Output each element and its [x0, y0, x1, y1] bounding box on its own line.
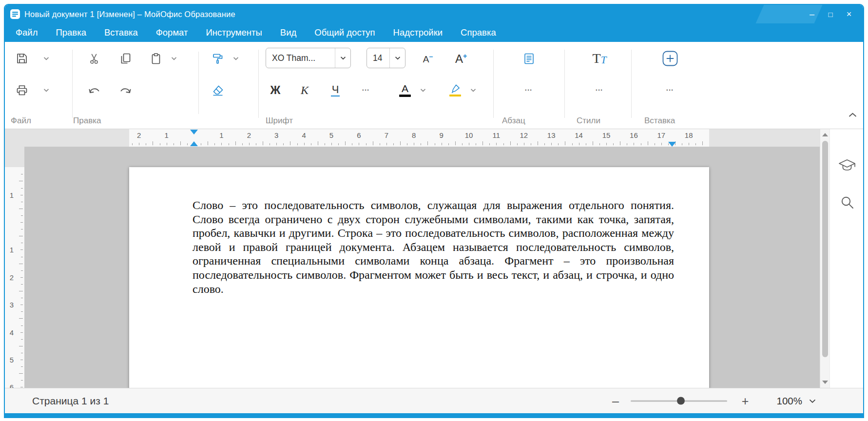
ruler-tick — [455, 141, 456, 145]
ruler-tick — [139, 143, 139, 145]
ruler-tick — [160, 143, 160, 145]
ruler-tick — [19, 264, 23, 264]
ruler-tick — [221, 143, 222, 145]
ruler-tick — [283, 143, 284, 145]
first-line-indent-marker[interactable] — [190, 130, 198, 134]
vertical-scrollbar[interactable] — [820, 129, 829, 388]
document-page[interactable]: Слово – это последовательность символов,… — [129, 167, 709, 388]
menu-edit[interactable]: Правка — [56, 27, 86, 38]
document-text[interactable]: Слово – это последовательность символов,… — [129, 167, 709, 296]
menu-view[interactable]: Вид — [280, 27, 296, 38]
zoom-chevron-icon[interactable] — [809, 399, 816, 403]
close-button[interactable]: × — [842, 7, 856, 21]
zoom-slider[interactable] — [631, 400, 727, 402]
chevron-down-icon[interactable] — [335, 48, 350, 68]
save-dropdown chevron-down-icon[interactable] — [42, 48, 51, 69]
clear-formatting-button eraser-icon[interactable] — [207, 79, 229, 101]
zoom-out-button minus-icon[interactable]: – — [609, 394, 622, 408]
font-color-dropdown chevron-down-icon[interactable] — [419, 79, 427, 101]
ruler-tick — [19, 373, 23, 374]
ruler-number: 8 — [412, 131, 416, 139]
left-indent-marker[interactable] — [190, 141, 198, 146]
menu-bar: Файл Правка Вставка Формат Инструменты В… — [5, 23, 863, 42]
decrease-font-size-button[interactable]: A– — [417, 48, 439, 69]
insert-more-button more-dots-icon[interactable]: ••• — [659, 79, 681, 101]
ruler-tick — [551, 143, 552, 145]
scroll-up-icon[interactable] — [822, 133, 828, 136]
ruler-tick — [21, 311, 23, 312]
save-button[interactable] — [11, 48, 33, 69]
format-painter-button paint-roller-icon[interactable] — [207, 48, 229, 69]
menu-format[interactable]: Формат — [156, 27, 188, 38]
education-button graduation-cap-icon[interactable] — [838, 156, 856, 174]
ruler-number: 2 — [247, 131, 251, 139]
scrollbar-thumb[interactable] — [822, 141, 828, 357]
zoom-value[interactable]: 100% — [760, 395, 802, 407]
ruler-tick — [331, 143, 332, 145]
ruler-tick — [256, 143, 256, 145]
paragraph-settings-button paragraph-lines-icon[interactable] — [518, 48, 540, 69]
ruler-number: 9 — [439, 131, 443, 139]
ruler-tick — [345, 141, 346, 145]
italic-button[interactable]: К — [294, 79, 315, 101]
format-painter-dropdown chevron-down-icon[interactable] — [231, 48, 240, 69]
menu-help[interactable]: Справка — [461, 27, 496, 38]
ruler-tick — [318, 141, 318, 145]
font-size-select[interactable]: 14 — [366, 48, 405, 68]
font-family-select[interactable]: XO Tham... — [266, 48, 351, 68]
menu-insert[interactable]: Вставка — [104, 27, 138, 38]
search-button search-icon[interactable] — [838, 193, 856, 211]
undo-button[interactable] — [83, 79, 105, 101]
menu-share[interactable]: Общий доступ — [314, 27, 375, 38]
minimize-button[interactable]: – — [805, 7, 819, 21]
font-family-value: XO Tham... — [266, 53, 335, 63]
ruler-tick — [19, 236, 23, 236]
right-indent-marker[interactable] — [668, 142, 676, 147]
ruler-tick — [359, 143, 359, 145]
ruler-tick — [544, 143, 545, 145]
ruler-number: 1 — [6, 246, 18, 254]
highlight-color-button highlighter-icon[interactable] — [444, 79, 466, 101]
font-color-bar — [399, 95, 411, 97]
menu-file[interactable]: Файл — [16, 27, 38, 38]
maximize-button[interactable]: □ — [823, 7, 838, 21]
chevron-down-icon[interactable] — [389, 48, 405, 68]
paragraph-more-button more-dots-icon[interactable]: ••• — [518, 79, 540, 101]
ruler-tick — [634, 143, 634, 145]
zoom-in-button plus-icon[interactable]: + — [739, 394, 752, 408]
toolbar-separator — [258, 50, 259, 118]
zoom-slider-thumb[interactable] — [677, 397, 685, 405]
copy-button[interactable] — [115, 48, 136, 69]
paste-button clipboard-icon[interactable] — [145, 48, 167, 69]
ruler-number: 1 — [164, 131, 168, 139]
ruler-tick — [627, 143, 627, 145]
increase-font-size-button[interactable]: A+ — [450, 48, 472, 69]
grow-letter: A — [455, 52, 463, 65]
ruler-tick — [435, 143, 435, 145]
paste-dropdown chevron-down-icon[interactable] — [170, 48, 178, 69]
print-button[interactable] — [11, 79, 33, 101]
ruler-tick — [407, 143, 407, 145]
ruler-tick — [208, 141, 208, 145]
ruler-tick — [579, 143, 579, 145]
ruler-tick — [19, 291, 23, 291]
cut-button scissors-icon[interactable] — [83, 48, 105, 69]
underline-button[interactable]: Ч — [325, 79, 346, 101]
redo-button[interactable] — [115, 79, 136, 101]
bold-button[interactable]: Ж — [265, 79, 286, 101]
styles-button text-style-icon[interactable]: T T — [589, 48, 610, 69]
font-more-button more-dots-icon[interactable]: ••• — [355, 79, 377, 101]
font-color-button[interactable]: A — [394, 79, 416, 101]
scroll-down-icon[interactable] — [822, 381, 828, 384]
menu-addons[interactable]: Надстройки — [393, 27, 443, 38]
collapse-toolbar-button chevron-up-icon[interactable] — [846, 109, 859, 121]
insert-button plus-icon[interactable] — [659, 48, 681, 69]
print-dropdown chevron-down-icon[interactable] — [42, 79, 51, 101]
document-viewport[interactable]: Слово – это последовательность символов,… — [24, 147, 820, 388]
ruler-number: 6 — [357, 131, 361, 139]
highlight-color-dropdown chevron-down-icon[interactable] — [469, 79, 478, 101]
styles-more-button more-dots-icon[interactable]: ••• — [589, 79, 610, 101]
ruler-tick — [21, 174, 23, 174]
menu-tools[interactable]: Инструменты — [206, 27, 262, 38]
ruler-tick — [442, 143, 442, 145]
